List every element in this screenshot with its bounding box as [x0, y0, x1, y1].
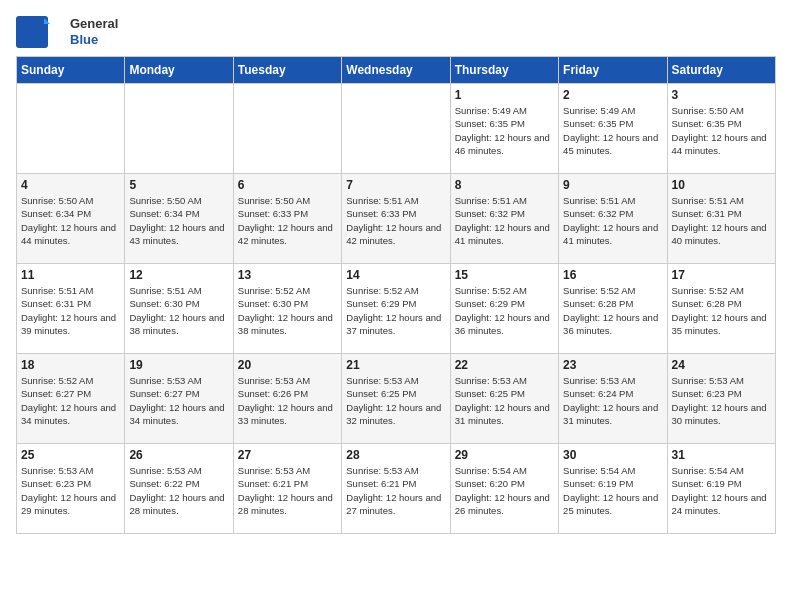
calendar-cell: 14Sunrise: 5:52 AM Sunset: 6:29 PM Dayli…: [342, 264, 450, 354]
calendar-week-row: 18Sunrise: 5:52 AM Sunset: 6:27 PM Dayli…: [17, 354, 776, 444]
day-info: Sunrise: 5:53 AM Sunset: 6:26 PM Dayligh…: [238, 374, 337, 427]
calendar-cell: 11Sunrise: 5:51 AM Sunset: 6:31 PM Dayli…: [17, 264, 125, 354]
day-info: Sunrise: 5:51 AM Sunset: 6:32 PM Dayligh…: [455, 194, 554, 247]
day-number: 29: [455, 448, 554, 462]
day-info: Sunrise: 5:50 AM Sunset: 6:34 PM Dayligh…: [21, 194, 120, 247]
weekday-header: Tuesday: [233, 57, 341, 84]
day-info: Sunrise: 5:54 AM Sunset: 6:20 PM Dayligh…: [455, 464, 554, 517]
day-number: 1: [455, 88, 554, 102]
day-number: 6: [238, 178, 337, 192]
weekday-header: Thursday: [450, 57, 558, 84]
calendar-cell: [17, 84, 125, 174]
day-number: 7: [346, 178, 445, 192]
day-info: Sunrise: 5:50 AM Sunset: 6:33 PM Dayligh…: [238, 194, 337, 247]
day-info: Sunrise: 5:51 AM Sunset: 6:33 PM Dayligh…: [346, 194, 445, 247]
day-number: 27: [238, 448, 337, 462]
day-info: Sunrise: 5:53 AM Sunset: 6:23 PM Dayligh…: [672, 374, 771, 427]
day-number: 16: [563, 268, 662, 282]
day-number: 10: [672, 178, 771, 192]
calendar-cell: 3Sunrise: 5:50 AM Sunset: 6:35 PM Daylig…: [667, 84, 775, 174]
day-info: Sunrise: 5:52 AM Sunset: 6:29 PM Dayligh…: [455, 284, 554, 337]
day-info: Sunrise: 5:51 AM Sunset: 6:31 PM Dayligh…: [21, 284, 120, 337]
calendar-week-row: 1Sunrise: 5:49 AM Sunset: 6:35 PM Daylig…: [17, 84, 776, 174]
day-number: 25: [21, 448, 120, 462]
calendar-cell: 16Sunrise: 5:52 AM Sunset: 6:28 PM Dayli…: [559, 264, 667, 354]
day-info: Sunrise: 5:52 AM Sunset: 6:28 PM Dayligh…: [672, 284, 771, 337]
day-number: 24: [672, 358, 771, 372]
day-info: Sunrise: 5:51 AM Sunset: 6:31 PM Dayligh…: [672, 194, 771, 247]
day-info: Sunrise: 5:52 AM Sunset: 6:27 PM Dayligh…: [21, 374, 120, 427]
day-info: Sunrise: 5:49 AM Sunset: 6:35 PM Dayligh…: [455, 104, 554, 157]
calendar-table: SundayMondayTuesdayWednesdayThursdayFrid…: [16, 56, 776, 534]
calendar-cell: 15Sunrise: 5:52 AM Sunset: 6:29 PM Dayli…: [450, 264, 558, 354]
day-info: Sunrise: 5:52 AM Sunset: 6:30 PM Dayligh…: [238, 284, 337, 337]
day-info: Sunrise: 5:53 AM Sunset: 6:21 PM Dayligh…: [238, 464, 337, 517]
day-info: Sunrise: 5:54 AM Sunset: 6:19 PM Dayligh…: [672, 464, 771, 517]
day-info: Sunrise: 5:53 AM Sunset: 6:25 PM Dayligh…: [346, 374, 445, 427]
day-number: 9: [563, 178, 662, 192]
day-info: Sunrise: 5:52 AM Sunset: 6:29 PM Dayligh…: [346, 284, 445, 337]
day-info: Sunrise: 5:52 AM Sunset: 6:28 PM Dayligh…: [563, 284, 662, 337]
calendar-cell: 1Sunrise: 5:49 AM Sunset: 6:35 PM Daylig…: [450, 84, 558, 174]
day-info: Sunrise: 5:50 AM Sunset: 6:35 PM Dayligh…: [672, 104, 771, 157]
day-number: 28: [346, 448, 445, 462]
day-number: 13: [238, 268, 337, 282]
weekday-header-row: SundayMondayTuesdayWednesdayThursdayFrid…: [17, 57, 776, 84]
day-number: 4: [21, 178, 120, 192]
day-info: Sunrise: 5:54 AM Sunset: 6:19 PM Dayligh…: [563, 464, 662, 517]
day-number: 8: [455, 178, 554, 192]
calendar-cell: 5Sunrise: 5:50 AM Sunset: 6:34 PM Daylig…: [125, 174, 233, 264]
weekday-header: Sunday: [17, 57, 125, 84]
day-number: 5: [129, 178, 228, 192]
calendar-cell: 21Sunrise: 5:53 AM Sunset: 6:25 PM Dayli…: [342, 354, 450, 444]
day-info: Sunrise: 5:53 AM Sunset: 6:25 PM Dayligh…: [455, 374, 554, 427]
weekday-header: Friday: [559, 57, 667, 84]
calendar-cell: 9Sunrise: 5:51 AM Sunset: 6:32 PM Daylig…: [559, 174, 667, 264]
day-number: 30: [563, 448, 662, 462]
day-info: Sunrise: 5:53 AM Sunset: 6:21 PM Dayligh…: [346, 464, 445, 517]
logo: General Blue: [16, 16, 118, 48]
calendar-cell: 24Sunrise: 5:53 AM Sunset: 6:23 PM Dayli…: [667, 354, 775, 444]
day-number: 22: [455, 358, 554, 372]
day-number: 2: [563, 88, 662, 102]
calendar-cell: 6Sunrise: 5:50 AM Sunset: 6:33 PM Daylig…: [233, 174, 341, 264]
weekday-header: Saturday: [667, 57, 775, 84]
day-info: Sunrise: 5:51 AM Sunset: 6:30 PM Dayligh…: [129, 284, 228, 337]
weekday-header: Wednesday: [342, 57, 450, 84]
calendar-cell: 17Sunrise: 5:52 AM Sunset: 6:28 PM Dayli…: [667, 264, 775, 354]
day-info: Sunrise: 5:49 AM Sunset: 6:35 PM Dayligh…: [563, 104, 662, 157]
calendar-cell: [342, 84, 450, 174]
day-number: 3: [672, 88, 771, 102]
calendar-cell: 22Sunrise: 5:53 AM Sunset: 6:25 PM Dayli…: [450, 354, 558, 444]
calendar-cell: 8Sunrise: 5:51 AM Sunset: 6:32 PM Daylig…: [450, 174, 558, 264]
calendar-cell: 25Sunrise: 5:53 AM Sunset: 6:23 PM Dayli…: [17, 444, 125, 534]
calendar-cell: [125, 84, 233, 174]
page-header: General Blue: [16, 16, 776, 48]
day-info: Sunrise: 5:53 AM Sunset: 6:22 PM Dayligh…: [129, 464, 228, 517]
calendar-cell: [233, 84, 341, 174]
day-number: 21: [346, 358, 445, 372]
calendar-cell: 2Sunrise: 5:49 AM Sunset: 6:35 PM Daylig…: [559, 84, 667, 174]
day-number: 14: [346, 268, 445, 282]
calendar-cell: 26Sunrise: 5:53 AM Sunset: 6:22 PM Dayli…: [125, 444, 233, 534]
calendar-cell: 31Sunrise: 5:54 AM Sunset: 6:19 PM Dayli…: [667, 444, 775, 534]
calendar-week-row: 25Sunrise: 5:53 AM Sunset: 6:23 PM Dayli…: [17, 444, 776, 534]
day-number: 26: [129, 448, 228, 462]
svg-rect-0: [16, 16, 48, 48]
day-number: 23: [563, 358, 662, 372]
day-number: 17: [672, 268, 771, 282]
day-info: Sunrise: 5:51 AM Sunset: 6:32 PM Dayligh…: [563, 194, 662, 247]
day-info: Sunrise: 5:53 AM Sunset: 6:27 PM Dayligh…: [129, 374, 228, 427]
day-info: Sunrise: 5:50 AM Sunset: 6:34 PM Dayligh…: [129, 194, 228, 247]
calendar-cell: 12Sunrise: 5:51 AM Sunset: 6:30 PM Dayli…: [125, 264, 233, 354]
calendar-cell: 4Sunrise: 5:50 AM Sunset: 6:34 PM Daylig…: [17, 174, 125, 264]
day-number: 15: [455, 268, 554, 282]
calendar-cell: 30Sunrise: 5:54 AM Sunset: 6:19 PM Dayli…: [559, 444, 667, 534]
logo-general: General: [70, 16, 118, 32]
calendar-cell: 28Sunrise: 5:53 AM Sunset: 6:21 PM Dayli…: [342, 444, 450, 534]
calendar-week-row: 11Sunrise: 5:51 AM Sunset: 6:31 PM Dayli…: [17, 264, 776, 354]
calendar-week-row: 4Sunrise: 5:50 AM Sunset: 6:34 PM Daylig…: [17, 174, 776, 264]
logo-blue: Blue: [70, 32, 118, 48]
calendar-cell: 20Sunrise: 5:53 AM Sunset: 6:26 PM Dayli…: [233, 354, 341, 444]
day-number: 12: [129, 268, 228, 282]
